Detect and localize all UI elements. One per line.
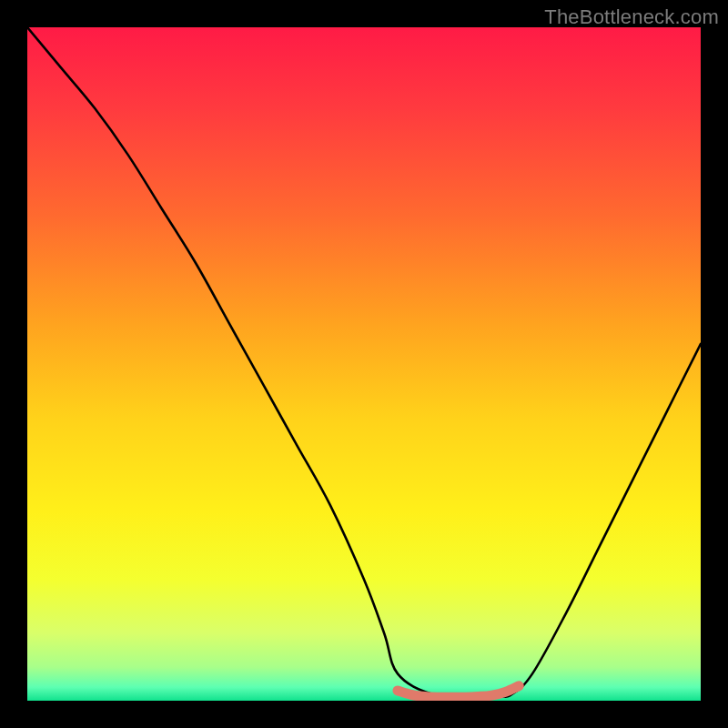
bottleneck-curve [27, 27, 701, 697]
plot-area [27, 27, 701, 701]
watermark-text: TheBottleneck.com [544, 5, 719, 29]
chart-frame: TheBottleneck.com [0, 0, 728, 728]
curve-layer [27, 27, 701, 701]
